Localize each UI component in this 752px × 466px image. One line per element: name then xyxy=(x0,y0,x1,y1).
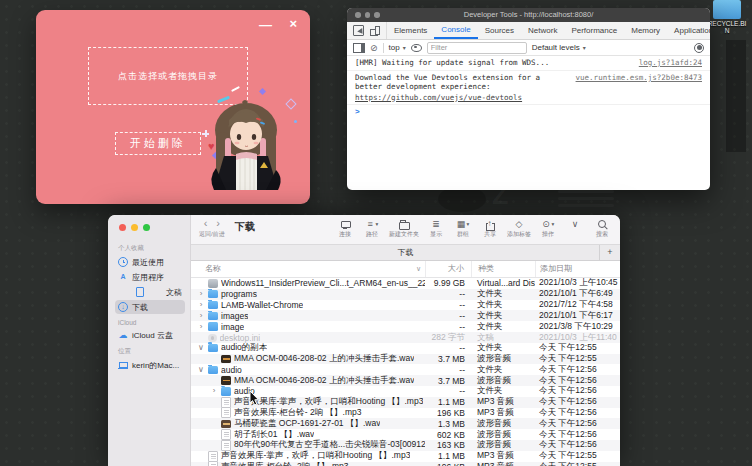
minimize-icon[interactable]: — xyxy=(259,18,272,32)
minimize-button[interactable] xyxy=(131,224,138,231)
toolbar-share-button[interactable]: 共享 xyxy=(480,218,500,239)
disclosure-right-icon[interactable]: › xyxy=(197,323,205,331)
devtools-tab-memory[interactable]: Memory xyxy=(624,22,667,39)
devtools-tab-application[interactable]: Application xyxy=(667,22,710,39)
live-expression-icon[interactable] xyxy=(411,44,422,52)
window-controls[interactable] xyxy=(355,12,380,18)
file-row[interactable]: ∨audio的副本--文件夹今天 下午12:55 xyxy=(191,343,620,354)
sidebar-item-doc[interactable]: 文稿 xyxy=(115,285,185,299)
sidebar-item-app[interactable]: A应用程序 xyxy=(115,270,185,284)
file-date-cell: 今天 下午12:55 xyxy=(535,461,620,466)
file-row[interactable]: ›LAMB-Wallet-Chrome--文件夹2021/7/12 下午4:58 xyxy=(191,300,620,311)
sidebar-item-laptop[interactable]: kerin的Mac... xyxy=(115,358,185,372)
toolbar-label: 添加标签 xyxy=(507,230,531,239)
forward-icon[interactable]: › xyxy=(216,218,220,229)
file-size-cell: -- xyxy=(425,289,471,299)
devtools-window: Developer Tools - http://localhost:8080/… xyxy=(347,8,710,190)
sidebar-item-cloud[interactable]: ☁iCloud 云盘 xyxy=(115,328,185,342)
recycle-bin-shortcut[interactable]: RECYCLE.BIN xyxy=(706,0,748,34)
toolbar-label: 操作 xyxy=(542,230,554,239)
zoom-button[interactable] xyxy=(143,224,150,231)
file-row[interactable]: 声音效果库-柜台铃- 2响 【】.mp3196 KBMP3 音频今天 下午12:… xyxy=(191,462,620,466)
toolbar-action-button[interactable]: ⊙▾操作 xyxy=(538,218,558,239)
file-row[interactable]: MMA OCM-0046-208-02 上的冲头捶击手套.wav3.7 MB波形… xyxy=(191,375,620,386)
console-prompt[interactable]: > xyxy=(347,105,710,118)
window-controls[interactable] xyxy=(108,215,190,231)
group-icon: ▦ xyxy=(457,219,466,230)
file-row[interactable]: MMA OCM-0046-208-02 上的冲头捶击手套.wav3.7 MB波形… xyxy=(191,354,620,365)
toolbar-tags-button[interactable]: ◇添加标签 xyxy=(507,218,531,239)
file-icon-folder xyxy=(208,344,218,353)
column-header[interactable]: 添加日期 xyxy=(535,261,620,277)
sidebar-item-download[interactable]: ↓下载 xyxy=(115,300,185,314)
file-icon-folder xyxy=(208,322,218,331)
console-settings-icon[interactable] xyxy=(694,43,704,53)
file-row[interactable]: 声音效果库-掌声，欢呼，口哨和Hooting 【】.mp31.1 MBMP3 音… xyxy=(191,397,620,408)
back-icon[interactable]: ‹ xyxy=(204,218,208,229)
toolbar-overflow-button[interactable]: ∨ xyxy=(565,218,585,239)
toolbar-connect-button[interactable]: 连接 xyxy=(335,218,355,239)
file-row[interactable]: ∨audio--文件夹今天 下午12:56 xyxy=(191,364,620,375)
file-row[interactable]: 声音效果库-柜台铃- 2响 【】.mp3196 KBMP3 音频今天 下午12:… xyxy=(191,408,620,419)
toolbar-view-button[interactable]: ≣显示 xyxy=(426,218,446,239)
dock-side-icon[interactable] xyxy=(353,43,365,53)
disclosure-right-icon[interactable]: › xyxy=(210,387,218,395)
file-size-cell: -- xyxy=(425,365,471,375)
devtools-tab-sources[interactable]: Sources xyxy=(478,22,521,39)
close-button[interactable] xyxy=(119,224,126,231)
toolbar-path-button[interactable]: ≡▾路径 xyxy=(362,218,382,239)
overflow-icon: ∨ xyxy=(571,219,580,230)
tab-downloads[interactable]: 下载 xyxy=(398,247,414,258)
disclosure-right-icon[interactable]: › xyxy=(197,312,205,320)
toolbar-new-folder-button[interactable]: 新建文件夹 xyxy=(389,218,419,239)
file-row[interactable]: ›images--文件夹2021/10/1 下午6:17 xyxy=(191,310,620,321)
clear-console-icon[interactable]: ⊘ xyxy=(370,43,378,53)
start-delete-button[interactable]: 开始删除 xyxy=(115,132,201,155)
file-row[interactable]: 80年代90年代复古空手道格...击尖锐噪音-03[009129].wav163… xyxy=(191,440,620,451)
console-message-text: [HMR] Waiting for update signal from WDS… xyxy=(355,58,549,68)
file-size-cell: -- xyxy=(425,322,471,332)
context-selector[interactable]: top ▾ xyxy=(389,43,406,52)
devtools-titlebar[interactable]: Developer Tools - http://localhost:8080/ xyxy=(347,8,710,22)
file-name: 声音效果库-柜台铃- 2响 【】.mp3 xyxy=(221,461,349,466)
device-toolbar-icon[interactable] xyxy=(370,26,380,36)
file-name-cell: 声音效果库-柜台铃- 2响 【】.mp3 xyxy=(197,461,425,466)
toolbar-label: 新建文件夹 xyxy=(389,230,419,239)
toolbar-group-button[interactable]: ▦▾群组 xyxy=(453,218,473,239)
devtools-tab-network[interactable]: Network xyxy=(521,22,564,39)
file-row[interactable]: 马桶硬瓷盖 OCP-1691-27-01 【】.wav1.3 MB波形音频今天 … xyxy=(191,418,620,429)
sidebar-item-clock[interactable]: 最近使用 xyxy=(115,255,185,269)
file-row[interactable]: Windows11_InsiderPreview_Cli...t_ARM64_e… xyxy=(191,278,620,289)
disclosure-down-icon[interactable]: ∨ xyxy=(197,344,205,352)
add-tab-button[interactable]: + xyxy=(599,245,620,260)
dropzone-text: 点击选择或者拖拽目录 xyxy=(118,70,218,83)
devtools-tab-performance[interactable]: Performance xyxy=(564,22,624,39)
console-message-text: Download the Vue Devtools extension for … xyxy=(355,73,568,103)
file-row[interactable]: 声音效果库-掌声，欢呼，口哨和Hooting 【】.mp31.1 MBMP3 音… xyxy=(191,451,620,462)
devtools-tab-elements[interactable]: Elements xyxy=(387,22,434,39)
log-levels-selector[interactable]: Default levels ▾ xyxy=(532,43,586,52)
file-row[interactable]: ›programs--文件夹2021/10/1 下午6:49 xyxy=(191,289,620,300)
file-row[interactable]: desktop.ini282 字节文稿2021/10/3 上午11:40 xyxy=(191,332,620,343)
console-source-link[interactable]: log.js?1afd:24 xyxy=(639,58,702,68)
column-header[interactable]: 大小 xyxy=(425,261,471,277)
close-icon[interactable]: × xyxy=(289,17,297,31)
devtools-tab-console[interactable]: Console xyxy=(434,22,477,39)
disclosure-right-icon[interactable]: › xyxy=(197,290,205,298)
column-header[interactable]: 名称∨ xyxy=(197,261,425,277)
minimize-dot[interactable] xyxy=(365,12,371,18)
toolbar-search-button[interactable]: 搜索 xyxy=(592,218,612,239)
close-dot[interactable] xyxy=(355,12,361,18)
console-message-link[interactable]: https://github.com/vuejs/vue-devtools xyxy=(355,93,568,103)
zoom-dot[interactable] xyxy=(374,12,380,18)
console-filter-input[interactable] xyxy=(427,42,527,54)
file-row[interactable]: ›audio--文件夹今天 下午12:56 xyxy=(191,386,620,397)
column-header[interactable]: 种类 xyxy=(471,261,535,277)
file-row[interactable]: ›image--文件夹2021/3/8 下午10:29 xyxy=(191,321,620,332)
inspect-element-icon[interactable] xyxy=(353,25,364,36)
disclosure-right-icon[interactable]: › xyxy=(197,301,205,309)
view-icon: ≣ xyxy=(432,219,441,230)
file-row[interactable]: 胡子刮长01 【】.wav602 KB波形音频今天 下午12:56 xyxy=(191,429,620,440)
disclosure-down-icon[interactable]: ∨ xyxy=(197,366,205,374)
console-source-link[interactable]: vue.runtime.esm.js?2b0e:8473 xyxy=(576,73,702,83)
